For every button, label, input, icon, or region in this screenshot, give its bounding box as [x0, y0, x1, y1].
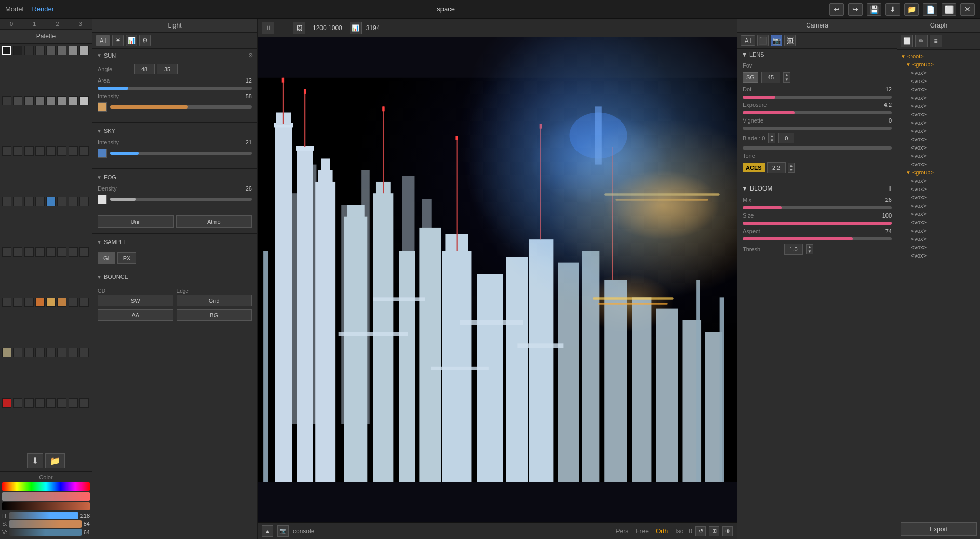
fov-mode-btn[interactable]: SG: [743, 72, 758, 83]
viewport-image[interactable]: [258, 37, 737, 522]
palette-cell[interactable]: [24, 46, 34, 55]
vignette-slider[interactable]: [743, 127, 892, 130]
palette-cell[interactable]: [2, 146, 11, 156]
download-button[interactable]: ⬇: [885, 3, 900, 16]
fog-color-swatch[interactable]: [98, 195, 107, 204]
fog-density-slider[interactable]: [110, 198, 252, 201]
tree-vox-g2-10[interactable]: <vox>: [897, 251, 980, 260]
blade-down-btn[interactable]: ▼: [769, 138, 775, 143]
sw-button[interactable]: SW: [98, 295, 173, 306]
aspect-slider[interactable]: [743, 237, 892, 240]
palette-cell[interactable]: [35, 298, 45, 307]
sky-color-swatch[interactable]: [98, 149, 107, 158]
palette-tab-3[interactable]: 3: [69, 19, 92, 29]
palette-cell[interactable]: [79, 348, 89, 357]
pers-mode-btn[interactable]: Pers: [614, 527, 631, 536]
saturation-bar[interactable]: [2, 492, 90, 501]
palette-cell[interactable]: [2, 348, 11, 357]
palette-cell[interactable]: [2, 247, 11, 257]
tree-vox-12[interactable]: <vox>: [897, 160, 980, 168]
thresh-down-btn[interactable]: ▼: [807, 249, 813, 254]
palette-cell[interactable]: [24, 197, 34, 206]
thresh-value[interactable]: 1.0: [784, 244, 803, 255]
palette-cell[interactable]: [2, 46, 11, 55]
tree-vox-2[interactable]: <vox>: [897, 77, 980, 85]
palette-cell[interactable]: [35, 146, 45, 156]
lens-section-header[interactable]: ▼ LENS: [737, 49, 897, 60]
palette-tab-0[interactable]: 0: [0, 19, 23, 29]
tree-vox-8[interactable]: <vox>: [897, 127, 980, 135]
view-mode-icon[interactable]: 👁: [722, 526, 733, 536]
palette-cell[interactable]: [69, 348, 78, 357]
blade-spinner[interactable]: ▲ ▼: [768, 133, 775, 143]
tree-group-1[interactable]: ▼ <group>: [897, 60, 980, 69]
palette-cell[interactable]: [13, 96, 22, 105]
hue-bar[interactable]: [2, 482, 90, 491]
tree-vox-3[interactable]: <vox>: [897, 85, 980, 93]
aa-button[interactable]: AA: [98, 309, 173, 321]
tone-spinner[interactable]: ▲ ▼: [788, 163, 795, 173]
tree-vox-4[interactable]: <vox>: [897, 93, 980, 102]
tree-vox-7[interactable]: <vox>: [897, 118, 980, 127]
size-slider[interactable]: [743, 222, 892, 225]
palette-tab-2[interactable]: 2: [46, 19, 69, 29]
atmo-button[interactable]: Atmo: [176, 215, 252, 228]
fov-value[interactable]: 45: [761, 72, 780, 83]
sky-intensity-slider[interactable]: [110, 152, 252, 155]
palette-cell[interactable]: [69, 197, 78, 206]
px-button[interactable]: PX: [117, 252, 137, 264]
menu-model[interactable]: Model: [5, 5, 23, 13]
palette-cell[interactable]: [79, 96, 89, 105]
viewport-pause-btn[interactable]: ⏸: [262, 22, 274, 34]
sun-intensity-slider[interactable]: [110, 105, 252, 109]
tree-group-2[interactable]: ▼ <group>: [897, 168, 980, 177]
graph-pencil-btn[interactable]: ✏: [915, 35, 928, 47]
iso-mode-btn[interactable]: Iso: [673, 527, 686, 536]
palette-download-btn[interactable]: ⬇: [27, 453, 43, 468]
bloom-pause-btn[interactable]: ⏸: [887, 185, 893, 192]
palette-cell[interactable]: [24, 146, 34, 156]
graph-square-btn[interactable]: ⬜: [901, 35, 913, 47]
grid-button[interactable]: Grid: [177, 295, 252, 306]
palette-cell[interactable]: [69, 46, 78, 55]
palette-cell[interactable]: [2, 398, 11, 408]
viewport-chart-btn[interactable]: 📊: [350, 22, 362, 34]
viewport-snap-btn[interactable]: 📷: [277, 525, 289, 537]
orth-mode-btn[interactable]: Orth: [654, 527, 670, 536]
blade-up-btn[interactable]: ▲: [769, 133, 775, 138]
light-chart-icon[interactable]: 📊: [126, 35, 137, 46]
fov-up-btn[interactable]: ▲: [784, 73, 790, 77]
tree-vox-1[interactable]: <vox>: [897, 69, 980, 77]
viewport-camera-btn[interactable]: 🖼: [293, 22, 305, 34]
save-button[interactable]: 💾: [867, 3, 881, 16]
tree-vox-10[interactable]: <vox>: [897, 143, 980, 152]
unif-button[interactable]: Unif: [98, 215, 174, 228]
tree-vox-g2-4[interactable]: <vox>: [897, 201, 980, 210]
tree-vox-g2-1[interactable]: <vox>: [897, 177, 980, 185]
palette-cell[interactable]: [57, 398, 66, 408]
blade-slider[interactable]: [743, 146, 892, 150]
palette-cell[interactable]: [35, 348, 45, 357]
palette-cell[interactable]: [35, 197, 45, 206]
redo-button[interactable]: ↪: [848, 3, 863, 16]
palette-cell[interactable]: [79, 146, 89, 156]
thresh-up-btn[interactable]: ▲: [807, 245, 813, 249]
export-button[interactable]: Export: [901, 522, 977, 536]
palette-cell[interactable]: [13, 197, 22, 206]
palette-cell[interactable]: [79, 398, 89, 408]
palette-cell[interactable]: [46, 348, 56, 357]
tree-vox-6[interactable]: <vox>: [897, 110, 980, 118]
palette-cell[interactable]: [24, 298, 34, 307]
tone-up-btn[interactable]: ▲: [788, 163, 795, 168]
dof-slider[interactable]: [743, 96, 892, 99]
sun-angle-1-input[interactable]: 48: [134, 64, 155, 74]
palette-cell[interactable]: [2, 197, 11, 206]
graph-list-btn[interactable]: ≡: [930, 35, 942, 47]
palette-cell[interactable]: [57, 146, 66, 156]
tree-root[interactable]: ▼ <root>: [897, 52, 980, 60]
palette-cell[interactable]: [57, 46, 66, 55]
palette-cell[interactable]: [69, 298, 78, 307]
palette-cell[interactable]: [24, 96, 34, 105]
fov-spinner[interactable]: ▲ ▼: [783, 72, 790, 83]
tree-vox-g2-7[interactable]: <vox>: [897, 226, 980, 235]
